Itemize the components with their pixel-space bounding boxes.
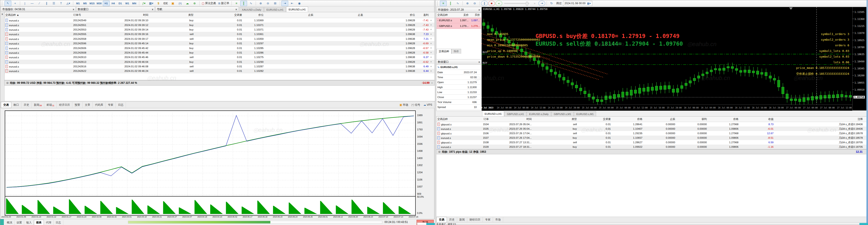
position-row[interactable]: eurusd.s2012425532024.01.02 09:39:14buy0… [4,27,434,32]
price-tick-label[interactable]: 1.10925 [855,39,864,41]
column-header-卖价[interactable]: 卖价 [458,13,469,17]
chart-tab-EURUSD.s,H1[interactable]: EURUSD.s,H1 [286,6,308,12]
close-icon[interactable]: x [73,8,74,11]
price-axis[interactable]: 1.115051.113601.112151.110701.109251.107… [852,7,868,110]
fibonacci-icon[interactable]: ☰ [51,1,57,6]
data-window-pane-caption[interactable]: 数据窗口x [436,59,482,65]
timeframe-H4[interactable]: H4 [110,1,117,6]
position-row[interactable]: eurusd.s2012425492024.01.02 09:39:10buy0… [4,18,434,23]
channel-icon[interactable]: ∥ [43,1,50,6]
shapes-icon[interactable]: ◬▾ [65,1,72,6]
market-watch-pane-caption[interactable]: 市场报价: 04:56:31x [1,6,76,12]
position-row[interactable]: eurusd.s2012426102024.01.02 09:45:46sell… [4,55,434,59]
date-input[interactable]: 2024.01.08 00:00 ▦▾ [563,1,592,6]
time-tick-label[interactable]: 26 Jul 04:00 [701,107,716,109]
pause-icon[interactable]: ∥ [481,1,488,6]
chart-shift-icon[interactable]: ⇥ [281,1,288,6]
time-tick-label[interactable]: 24 Jul 12:00 [531,107,546,109]
time-tick-label[interactable]: 26 Jul 08:00 [718,107,733,109]
timeframe-M15[interactable]: M15 [89,1,95,6]
market-watch-tab-交易品种[interactable]: 交易品种 [436,49,452,54]
time-tick-label[interactable]: 27 Jul 04:00 [803,107,818,109]
column-header-收益[interactable]: 收益 [739,118,774,121]
price-tick-label[interactable]: 1.11070 [855,32,864,34]
chart-tab-XAUUSD.s,Daily[interactable]: XAUUSD.s,Daily [239,7,264,12]
toolbox-tab-经济日历[interactable]: 经济日历 [57,102,72,108]
position-row[interactable]: eurusd.s2012425552024.01.02 09:39:16sell… [4,32,434,36]
close-all-icon[interactable]: × [431,82,433,84]
forward-icon[interactable]: » [531,1,538,6]
skip-to-end-icon[interactable]: ⇥ [538,1,545,6]
template-icon[interactable]: ▦▾ [148,1,155,6]
time-tick-label[interactable]: 26 Jul 00:00 [684,107,699,109]
column-header-盈利[interactable]: 盈利 [416,13,430,17]
position-row[interactable]: eurusd.s2012426062024.01.02 09:45:42buy0… [4,45,434,50]
timeframe-M5[interactable]: M5 [82,1,88,6]
time-axis[interactable]: 24 Jul 202324 Jul 04:0024 Jul 08:0024 Ju… [482,105,852,111]
column-header-类型[interactable]: 类型 [149,13,194,17]
column-header-价位[interactable]: 价位 [364,13,416,17]
stop-icon[interactable]: ■ [488,1,495,6]
toolbox-tab-日志[interactable]: 日志 [116,102,126,108]
tester-graph-panel[interactable] [5,110,416,216]
column-header-时间[interactable]: 时间 [490,118,532,121]
price-tick-label[interactable]: 1.11215 [855,25,864,27]
position-row[interactable]: eurusd.s2012425512024.01.02 09:39:12buy0… [4,23,434,27]
position-row[interactable]: eurusd.s15372023.07.26 17:04...buy0.011.… [436,135,867,140]
time-tick-label[interactable]: 25 Jul 12:00 [633,107,648,109]
price-chart[interactable]: BUYBUY EURUSD.s,H1 1.09798 1.09820 1.097… [482,7,852,105]
column-header-类型[interactable]: 类型 [532,118,578,121]
market-watch-pane-caption[interactable]: 市场报价: 2023.07.28x [436,7,482,12]
toolbox-tab-财经日历[interactable]: 财经日历 [467,217,483,222]
toolbox-tab-代码库[interactable]: 代码库 [93,102,105,108]
time-tick-label[interactable]: 24 Jul 08:00 [514,107,528,109]
price-tick-label[interactable]: 1.09910 [855,88,864,91]
tester-tab-设置[interactable]: 设置 [14,220,24,225]
position-row[interactable]: eurusd.s2012426132024.01.02 09:46:04buy0… [4,60,434,64]
position-row[interactable]: eurusd.s2012425962024.01.02 09:45:14buy0… [4,41,434,45]
position-row[interactable]: eurusd.s15352023.07.26 05:04...buy0.011.… [436,127,867,131]
price-tick-label[interactable]: 1.10055 [855,81,864,84]
toolbox-tab-新闻[interactable]: 新闻99 [32,102,44,108]
position-row[interactable]: gbpusd.s15382023.07.27 13:31...sell0.011… [436,140,867,144]
zoom-in-icon[interactable]: ⊕ [257,1,264,6]
close-icon[interactable]: x [0,13,4,15]
add-account-icon[interactable]: ⊕ [191,1,198,6]
signals-icon[interactable]: (•) [177,1,184,6]
close-icon[interactable]: x [478,61,480,63]
column-header-订单[interactable]: 订单 [470,118,490,121]
cloud-icon[interactable]: ☁ [184,1,191,6]
market-watch-row-EURUSD.s[interactable]: • EURUSD.s1.097...1.097... [436,18,481,23]
price-tick-label[interactable]: 1.10490 [855,60,864,63]
chart-tab-EURUSD.s,H1[interactable]: EURUSD.s,H1 [482,111,504,116]
toolbox-tab-新闻[interactable]: 新闻 [457,217,467,222]
position-row[interactable]: eurusd.s2012426222024.01.02 09:46:24sell… [4,69,434,73]
auto-scroll-icon[interactable]: ⇤ [289,1,296,6]
cursor-icon[interactable]: ↖ [4,1,11,6]
column-header-止损[interactable]: 止损 [643,118,676,121]
column-header-止损[interactable]: 止损 [265,13,314,17]
position-row[interactable]: gbpusd.s15342023.07.26 05:04...sell0.011… [436,122,867,127]
position-row[interactable]: eurusd.s2012425582024.01.02 09:39:17sell… [4,37,434,41]
toolbox-tab-预警[interactable]: 预警 [72,102,83,108]
vertical-line-icon[interactable]: | [22,1,28,6]
close-position-icon[interactable]: × [430,70,433,72]
price-tick-label[interactable]: 1.11360 [855,18,864,20]
price-tick-label[interactable]: 1.10635 [855,53,864,56]
time-tick-label[interactable]: 26 Jul 16:00 [752,107,767,109]
chart-tab-EURUSD.s,H1[interactable]: EURUSD.s,H1 [264,7,286,12]
close-position-icon[interactable]: × [430,51,433,54]
column-header-交易量[interactable]: 交易量 [194,13,243,17]
price-tick-label[interactable]: 1.10345 [855,67,864,70]
close-position-icon[interactable]: × [430,61,433,63]
timeframe-M30[interactable]: M30 [96,1,102,6]
toolbox-tab-交易[interactable]: 交易 [436,217,447,223]
position-row[interactable]: eurusd.s2012426082024.01.02 09:45:44buy0… [4,51,434,55]
time-tick-label[interactable]: 24 Jul 16:00 [548,107,563,109]
zoom-in-icon[interactable]: ⊕ [464,1,471,6]
toolbox-link-VPS[interactable]: ☁VPS [423,103,432,106]
toolbox-tab-历史[interactable]: 历史 [447,217,457,222]
time-tick-label[interactable]: 24 Jul 20:00 [565,107,580,109]
time-tick-label[interactable]: 27 Jul 12:00 [837,107,852,109]
time-tick-label[interactable]: 24 Jul 04:00 [497,107,512,109]
